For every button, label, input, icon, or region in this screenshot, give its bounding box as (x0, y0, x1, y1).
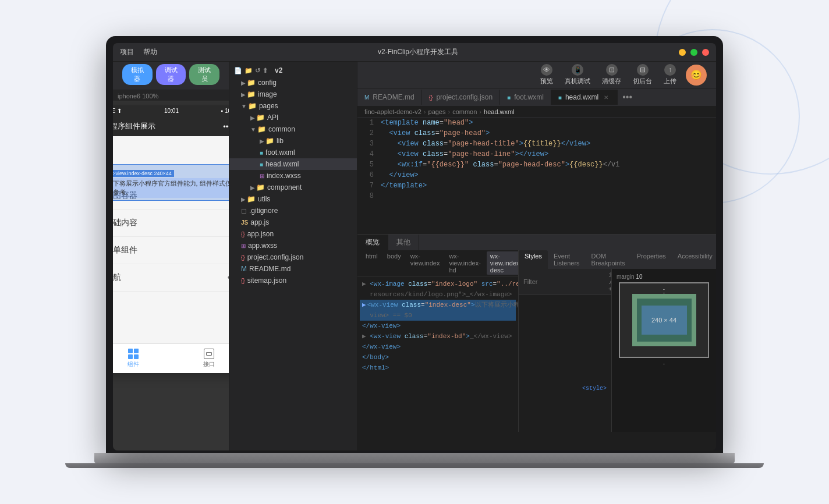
tree-file-index-wxss[interactable]: ⊞ index.wxss (229, 170, 357, 182)
new-folder-icon[interactable]: 📁 (245, 67, 253, 74)
folder-name: component (267, 183, 302, 191)
bottom-panel-tabs: 概览 其他 (357, 235, 716, 250)
code-line-1: 1 <template name="head"> (357, 118, 716, 128)
tree-folder-pages[interactable]: ▼ 📁 pages (229, 100, 357, 112)
chevron-right-icon: ▶ (250, 115, 255, 121)
bottom-nav-interface[interactable]: 接口 (203, 349, 215, 368)
line-content: <template name="head"> (381, 118, 716, 128)
breadcrumb-common: common (452, 108, 477, 115)
breadcrumb-current: head.wxml (484, 108, 515, 115)
phone-menu-dots[interactable]: ••• ✕ (223, 122, 229, 131)
tab-close-button[interactable]: ✕ (602, 93, 610, 101)
nav-item-label-nav: 导航 (113, 272, 121, 283)
tree-folder-utils[interactable]: ▶ 📁 utils (229, 193, 357, 205)
menu-item-help[interactable]: 帮助 (143, 47, 157, 57)
tree-file-readme[interactable]: M README.md (229, 263, 357, 275)
collapse-icon[interactable]: ⬆ (263, 67, 268, 74)
tree-folder-image[interactable]: ▶ 📁 image (229, 88, 357, 100)
upload-label: 上传 (664, 77, 676, 86)
phone-content: wx-view.index-desc 240×44 以下将展示小程序官方组件能力… (113, 136, 229, 343)
tree-file-gitignore[interactable]: ◻ .gitignore (229, 205, 357, 216)
styles-tab-dom[interactable]: DOM Breakpoints (586, 250, 631, 269)
element-tab-wx-view-hd[interactable]: wx-view.index-hd (445, 251, 484, 275)
tree-folder-common[interactable]: ▼ 📁 common (229, 123, 357, 135)
mode-buttons: 模拟器 调试器 测试员 (122, 64, 219, 85)
folder-name: lib (277, 137, 284, 145)
code-editor[interactable]: 1 <template name="head"> 2 <view class="… (357, 118, 716, 234)
user-avatar[interactable]: 😊 (686, 65, 707, 86)
styles-rule-close-element: } (521, 326, 609, 356)
wxml-file-icon: ■ (507, 94, 511, 101)
tree-file-head-wxml[interactable]: ■ head.wxml (229, 158, 357, 170)
tree-folder-config[interactable]: ▶ 📁 config (229, 77, 357, 88)
bottom-panel-content: html body wx-view.index wx-view.index-hd… (357, 250, 716, 432)
html-tree-line-selected-2[interactable]: view> == $0 (360, 310, 516, 321)
menu-item-project[interactable]: 项目 (120, 47, 134, 57)
styles-filter-input[interactable] (523, 271, 604, 292)
editor-area: 👁 预览 📱 真机调试 ⊡ 清缓存 (357, 62, 716, 450)
real-machine-toolbar-item[interactable]: 📱 真机调试 (565, 64, 590, 86)
wxml-file-icon: ■ (558, 94, 562, 101)
tab-project-config[interactable]: {} project.config.json (422, 90, 500, 105)
maximize-button[interactable] (690, 49, 697, 56)
minimize-button[interactable] (679, 49, 686, 56)
debug-button[interactable]: 调试器 (156, 64, 186, 85)
nav-item-nav[interactable]: 导航 ••• (113, 264, 229, 292)
new-file-icon[interactable]: 📄 (234, 67, 242, 74)
file-name: app.json (247, 230, 274, 238)
html-tree-line-selected[interactable]: ▶<wx-view class="index-desc">以下将展示小程序官方组… (360, 300, 516, 310)
tree-file-sitemap[interactable]: {} sitemap.json (229, 275, 357, 286)
cut-backend-toolbar-item[interactable]: ⊟ 切后台 (633, 64, 652, 86)
simulate-button[interactable]: 模拟器 (122, 64, 153, 85)
nav-item-basic[interactable]: 基础内容 T (113, 210, 229, 237)
clear-cache-label: 清缓存 (602, 77, 621, 86)
upload-toolbar-item[interactable]: ↑ 上传 (664, 64, 676, 86)
tab-more-button[interactable]: ••• (618, 88, 637, 106)
styles-tab-event[interactable]: Event Listeners (548, 250, 586, 269)
tab-label: head.wxml (565, 93, 598, 101)
panel-tab-overview[interactable]: 概览 (357, 235, 388, 250)
wxml-icon: ■ (260, 161, 263, 168)
panel-tab-other[interactable]: 其他 (388, 235, 419, 250)
tree-file-app-wxss[interactable]: ⊞ app.wxss (229, 240, 357, 251)
html-tree-panel[interactable]: ▶ <wx-image class="index-logo" src="../r… (357, 276, 518, 432)
breadcrumb-sep: › (448, 108, 451, 115)
element-tab-wx-view-desc[interactable]: wx-view.index-desc (487, 251, 518, 275)
styles-rules-area[interactable]: :hov .cls + element.style { } (519, 269, 611, 432)
tab-foot-wxml[interactable]: ■ foot.wxml (500, 90, 551, 105)
element-tab-html[interactable]: html (362, 251, 381, 275)
element-tab-wx-view-index[interactable]: wx-view.index (407, 251, 444, 275)
tree-file-project-config[interactable]: {} project.config.json (229, 251, 357, 263)
continuation: resources/kind/logo.png">_</wx-image> (362, 290, 512, 299)
tree-folder-component[interactable]: ▶ 📁 component (229, 182, 357, 193)
tree-folder-api[interactable]: ▶ 📁 API (229, 112, 357, 123)
styles-tab-access[interactable]: Accessibility (672, 250, 716, 269)
element-content-text: 以下将展示小程序官方组件能力, 组件样式仅供参考。 (113, 178, 229, 198)
refresh-icon[interactable]: ↺ (255, 67, 260, 74)
line-number: 5 (357, 159, 381, 170)
nav-item-icon-nav: ••• (228, 272, 229, 283)
bottom-nav-component[interactable]: 组件 (127, 349, 139, 368)
nav-item-form[interactable]: 表单组件 ≡ (113, 237, 229, 264)
tree-icons[interactable]: 📄 📁 ↺ ⬆ (234, 67, 268, 74)
element-tab-body[interactable]: body (384, 251, 405, 275)
styles-tab-props[interactable]: Properties (631, 250, 672, 269)
test-button[interactable]: 测试员 (189, 64, 219, 85)
tree-file-app-js[interactable]: JS app.js (229, 216, 357, 228)
close-button[interactable] (702, 49, 709, 56)
file-name: app.wxss (248, 242, 277, 250)
battery-text: ▪ 100% (221, 108, 229, 114)
tree-file-app-json[interactable]: {} app.json (229, 228, 357, 240)
wxml-icon: ■ (260, 150, 263, 156)
styles-main: :hov .cls + element.style { } (519, 269, 716, 432)
preview-toolbar-item[interactable]: 👁 预览 (540, 64, 553, 86)
clear-cache-toolbar-item[interactable]: ⊡ 清缓存 (602, 64, 621, 86)
tab-readme[interactable]: M README.md (357, 90, 422, 105)
folder-name: API (267, 113, 278, 122)
tree-file-foot-wxml[interactable]: ■ foot.wxml (229, 147, 357, 158)
tab-head-wxml[interactable]: ■ head.wxml ✕ (551, 90, 618, 105)
tree-folder-lib[interactable]: ▶ 📁 lib (229, 135, 357, 147)
styles-prop-margin: margin-top: 10px; (521, 394, 609, 423)
line-number: 6 (357, 170, 381, 180)
styles-tab-styles[interactable]: Styles (519, 250, 548, 269)
